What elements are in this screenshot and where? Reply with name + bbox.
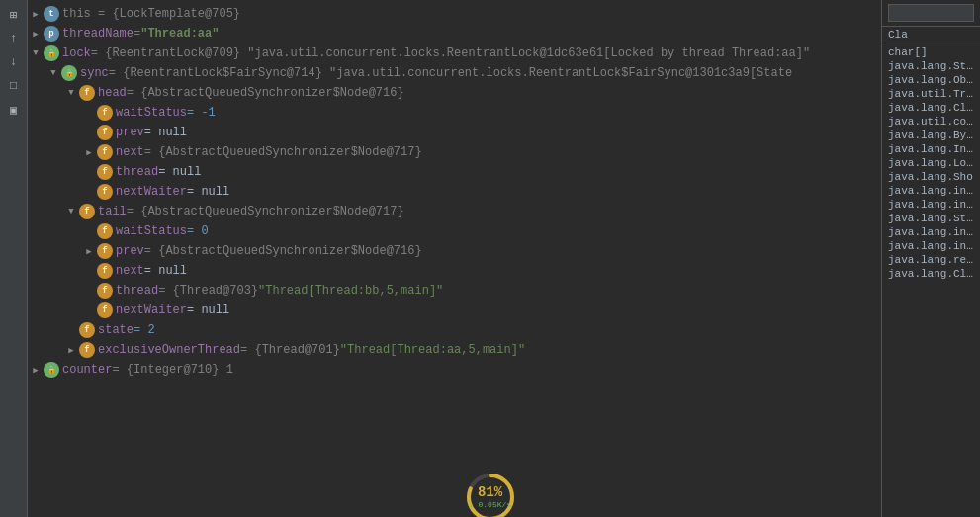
expand-threadname[interactable]: ▶ <box>28 26 44 42</box>
table-row[interactable]: ▶ t this = {LockTemplate@705} <box>28 4 881 24</box>
key-thread2: thread <box>116 284 158 298</box>
val-prev1: = null <box>144 126 187 139</box>
key-sync: sync <box>80 66 109 80</box>
table-row[interactable]: f state = 2 <box>28 320 881 340</box>
expand-placeholder <box>81 105 97 121</box>
table-row[interactable]: f nextWaiter = null <box>28 301 881 320</box>
table-row[interactable]: f prev = null <box>28 123 881 142</box>
class-header: Cla <box>882 27 980 43</box>
class-list: char[] java.lang.Stri java.lang.Obje jav… <box>882 43 980 517</box>
list-item[interactable]: java.lang.ref.S <box>882 253 980 267</box>
list-item[interactable]: java.lang.Long <box>882 156 980 170</box>
table-row[interactable]: f waitStatus = 0 <box>28 221 881 241</box>
table-row[interactable]: ▼ f tail = {AbstractQueuedSynchronizer$N… <box>28 202 881 221</box>
badge-sync: 🔒 <box>61 65 77 81</box>
badge-prev1: f <box>97 125 113 140</box>
val-eot: = {Thread@701} <box>240 343 340 357</box>
expand-placeholder <box>81 164 97 180</box>
search-bar <box>882 0 980 27</box>
badge-tail: f <box>79 204 95 219</box>
key-state: state <box>98 323 134 337</box>
val-counter: = {Integer@710} 1 <box>112 363 232 377</box>
key-prev1: prev <box>116 126 144 139</box>
expand-placeholder <box>81 184 97 200</box>
table-row[interactable]: f nextWaiter = null <box>28 182 881 202</box>
table-row[interactable]: ▶ f exclusiveOwnerThread = {Thread@701} … <box>28 340 881 360</box>
key-lock: lock <box>62 46 91 60</box>
key-tail: tail <box>98 205 127 218</box>
table-row[interactable]: ▼ f head = {AbstractQueuedSynchronizer$N… <box>28 83 881 103</box>
right-panel: Cla char[] java.lang.Stri java.lang.Obje… <box>881 0 980 517</box>
expand-this[interactable]: ▶ <box>28 6 44 22</box>
list-item[interactable]: java.lang.Sho <box>882 170 980 184</box>
val-prev2: = {AbstractQueuedSynchronizer$Node@716} <box>144 244 422 258</box>
list-item[interactable]: java.util.Tree <box>882 87 980 101</box>
list-item[interactable]: java.lang.Obje <box>882 73 980 87</box>
val-eot-str: "Thread[Thread:aa,5,main]" <box>340 343 525 357</box>
sidebar-icon-watch[interactable]: ▣ <box>3 99 25 121</box>
list-item[interactable]: java.lang.invo <box>882 239 980 253</box>
val-lock: = {ReentrantLock@709} "java.util.concurr… <box>91 46 810 60</box>
expand-tail[interactable]: ▼ <box>63 204 79 219</box>
list-item[interactable]: java.lang.Inte <box>882 142 980 156</box>
search-input[interactable] <box>888 4 974 22</box>
badge-eot: f <box>79 342 95 358</box>
tree-content: ▶ t this = {LockTemplate@705} ▶ p thread… <box>28 0 881 384</box>
key-eot: exclusiveOwnerThread <box>98 343 240 357</box>
table-row[interactable]: ▼ 🔒 sync = {ReentrantLock$FairSync@714} … <box>28 63 881 83</box>
val-state: = 2 <box>134 323 155 337</box>
expand-next1[interactable]: ▶ <box>81 144 97 160</box>
badge-this: t <box>44 6 59 22</box>
badge-next2: f <box>97 263 113 279</box>
sidebar-icon-copy[interactable]: □ <box>3 75 25 97</box>
table-row[interactable]: ▶ f next = {AbstractQueuedSynchronizer$N… <box>28 142 881 162</box>
badge-state: f <box>79 322 95 338</box>
list-item[interactable]: char[] <box>882 45 980 59</box>
expand-prev2[interactable]: ▶ <box>81 243 97 259</box>
table-row[interactable]: f next = null <box>28 261 881 281</box>
val-thread2-str: "Thread[Thread:bb,5,main]" <box>258 284 443 298</box>
badge-waitstatus1: f <box>97 105 113 121</box>
list-item[interactable]: java.lang.Clas <box>882 267 980 281</box>
table-row[interactable]: ▶ 🔒 counter = {Integer@710} 1 <box>28 360 881 380</box>
key-next1: next <box>116 145 144 159</box>
list-item[interactable]: java.lang.invo <box>882 184 980 198</box>
expand-placeholder <box>81 223 97 239</box>
badge-waitstatus2: f <box>97 223 113 239</box>
key-counter: counter <box>62 363 112 377</box>
key-threadname: threadName <box>62 27 134 41</box>
sidebar-icon-grid[interactable]: ⊞ <box>3 4 25 26</box>
expand-sync[interactable]: ▼ <box>45 65 61 81</box>
table-row[interactable]: f thread = null <box>28 162 881 182</box>
badge-prev2: f <box>97 243 113 259</box>
table-row[interactable]: ▶ f prev = {AbstractQueuedSynchronizer$N… <box>28 241 881 261</box>
table-row[interactable]: ▶ p threadName = "Thread:aa" <box>28 24 881 43</box>
list-item[interactable]: java.lang.invo <box>882 225 980 239</box>
table-row[interactable]: ▼ 🔒 lock = {ReentrantLock@709} "java.uti… <box>28 43 881 63</box>
list-item[interactable]: java.lang.invo <box>882 198 980 212</box>
sidebar-icon-down[interactable]: ↓ <box>3 51 25 73</box>
val-waitstatus1: = -1 <box>187 106 216 120</box>
list-item[interactable]: java.lang.Stri <box>882 212 980 225</box>
key-prev2: prev <box>116 244 144 258</box>
table-row[interactable]: f waitStatus = -1 <box>28 103 881 123</box>
expand-lock[interactable]: ▼ <box>28 45 44 61</box>
sidebar-icon-up[interactable]: ↑ <box>3 28 25 49</box>
badge-thread1: f <box>97 164 113 180</box>
list-item[interactable]: java.lang.Clas <box>882 101 980 115</box>
list-item[interactable]: java.lang.Stri <box>882 59 980 73</box>
list-item[interactable]: java.lang.Byte <box>882 129 980 142</box>
expand-eot[interactable]: ▶ <box>63 342 79 358</box>
expand-counter[interactable]: ▶ <box>28 362 44 378</box>
expand-placeholder <box>81 283 97 299</box>
list-item[interactable]: java.util.conc <box>882 115 980 129</box>
key-nextwaiter1: nextWaiter <box>116 185 187 199</box>
expand-head[interactable]: ▼ <box>63 85 79 101</box>
key-waitstatus2: waitStatus <box>116 224 187 238</box>
val-waitstatus2: = 0 <box>187 224 209 238</box>
badge-next1: f <box>97 144 113 160</box>
table-row[interactable]: f thread = {Thread@703} "Thread[Thread:b… <box>28 281 881 301</box>
tree-panel: ▶ t this = {LockTemplate@705} ▶ p thread… <box>28 0 881 517</box>
val-nextwaiter2: = null <box>187 303 229 317</box>
badge-lock: 🔒 <box>44 45 59 61</box>
